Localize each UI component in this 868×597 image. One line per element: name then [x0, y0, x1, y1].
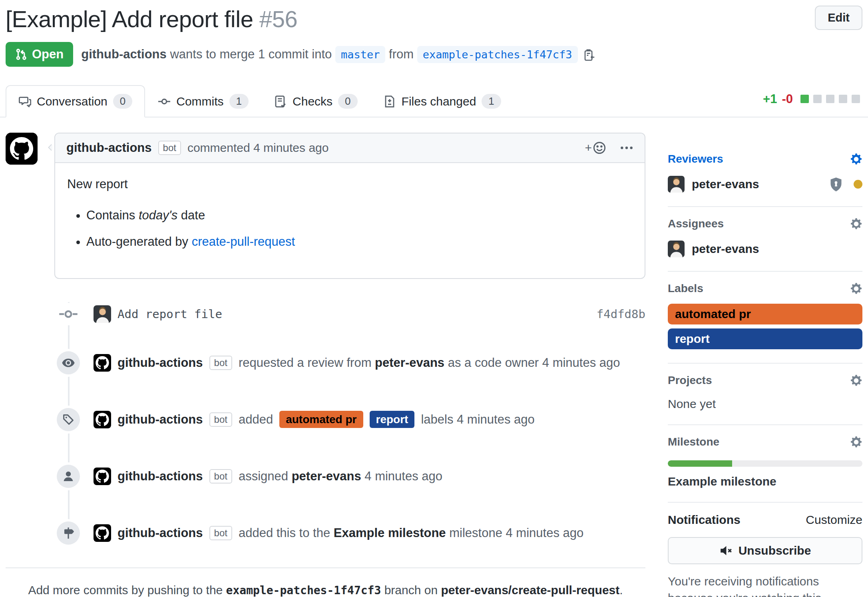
create-pull-request-link[interactable]: create-pull-request: [192, 235, 295, 249]
assignee-avatar: [668, 241, 685, 257]
assignee-name: peter-evans: [692, 242, 759, 256]
pr-number: #56: [259, 6, 297, 32]
diffstat-block-gray: [813, 95, 822, 103]
tab-conversation-label: Conversation: [37, 95, 108, 108]
timeline-event-labeled: github-actions bot added automated pr re…: [6, 408, 645, 432]
unsubscribe-button[interactable]: Unsubscribe: [668, 537, 862, 564]
assignees-gear-icon[interactable]: [850, 217, 862, 230]
github-actions-avatar[interactable]: [6, 133, 38, 165]
checklist-icon: [274, 95, 287, 108]
pr-header: [Example] Add report file #56 Edit Open …: [0, 0, 868, 67]
github-actions-avatar[interactable]: [94, 411, 111, 428]
commit-author-avatar[interactable]: [94, 305, 111, 323]
add-reaction-button[interactable]: +: [585, 141, 606, 155]
sidebar-section-notifications: Notifications Customize Unsubscribe You'…: [668, 503, 862, 597]
notifications-heading: Notifications: [668, 513, 741, 527]
bot-badge: bot: [209, 356, 232, 370]
kebab-icon[interactable]: [620, 141, 633, 155]
git-commit-icon: [58, 303, 78, 325]
commit-sha[interactable]: f4dfd8b: [597, 307, 645, 321]
tab-commits-label: Commits: [176, 95, 223, 108]
event-actor[interactable]: github-actions: [117, 412, 203, 427]
git-pull-request-icon: [15, 48, 27, 60]
pr-title-text: [Example] Add report file: [6, 6, 253, 32]
tag-icon: [57, 408, 80, 431]
milestone-heading[interactable]: Milestone: [668, 436, 719, 448]
diffstat-additions: +1: [763, 92, 777, 106]
event-user-mention[interactable]: peter-evans: [292, 469, 361, 483]
github-actions-avatar[interactable]: [94, 354, 111, 372]
repo-name: peter-evans/create-pull-request: [441, 583, 619, 597]
diffstat-block-gray: [839, 95, 847, 103]
sidebar-section-assignees: Assignees peter-evans: [668, 207, 862, 272]
event-text: assigned peter-evans 4 minutes ago: [239, 469, 442, 484]
event-actor[interactable]: github-actions: [117, 469, 203, 484]
comment-bullet: Auto-generated by create-pull-request: [86, 233, 633, 250]
customize-link[interactable]: Customize: [806, 513, 862, 527]
comment-body: New report Contains today's date Auto-ge…: [55, 163, 645, 278]
bot-badge: bot: [209, 412, 232, 427]
projects-gear-icon[interactable]: [850, 374, 862, 387]
comment-text: New report: [67, 176, 633, 193]
head-branch-link[interactable]: example-patches-1f47cf3: [417, 46, 578, 63]
reviewer-row[interactable]: peter-evans: [668, 176, 862, 193]
projects-empty-text: None yet: [668, 397, 862, 411]
milestone-name[interactable]: Example milestone: [668, 475, 862, 488]
event-text: added: [239, 412, 273, 427]
sidebar-section-projects: Projects None yet: [668, 364, 862, 425]
person-icon: [57, 465, 80, 488]
milestone-gear-icon[interactable]: [850, 436, 862, 448]
diffstat-deletions: -0: [782, 92, 793, 106]
github-actions-avatar[interactable]: [94, 524, 111, 542]
tab-checks[interactable]: Checks 0: [261, 85, 370, 117]
eye-icon: [57, 351, 80, 374]
tab-commits-count: 1: [229, 94, 249, 109]
diffstat-block-green: [800, 95, 809, 103]
push-hint: Add more commits by pushing to the examp…: [6, 568, 645, 597]
github-actions-avatar[interactable]: [94, 468, 111, 485]
shield-lock-icon: [829, 177, 843, 191]
timeline-event-review-requested: github-actions bot requested a review fr…: [6, 351, 645, 375]
reviewers-gear-icon[interactable]: [850, 153, 862, 165]
file-diff-icon: [383, 95, 396, 108]
copy-branch-icon[interactable]: [583, 49, 595, 62]
commit-message[interactable]: Add report file: [117, 307, 222, 321]
milestone-progress-bar: [668, 460, 862, 467]
tab-commits[interactable]: Commits 1: [145, 85, 261, 117]
sidebar-section-milestone: Milestone Example milestone: [668, 425, 862, 503]
comment-discussion-icon: [18, 95, 31, 108]
projects-heading[interactable]: Projects: [668, 374, 712, 387]
comment-timestamp: commented 4 minutes ago: [187, 141, 329, 155]
sidebar-label-report[interactable]: report: [668, 328, 862, 349]
sidebar-label-automated-pr[interactable]: automated pr: [668, 304, 862, 324]
conversation-thread: github-actions bot commented 4 minutes a…: [6, 133, 645, 597]
pr-tabbar: Conversation 0 Commits 1 Checks 0 Files …: [0, 85, 868, 117]
tab-files-changed[interactable]: Files changed 1: [370, 85, 514, 117]
comment-header: github-actions bot commented 4 minutes a…: [55, 133, 645, 163]
assignee-row[interactable]: peter-evans: [668, 241, 862, 257]
event-user-mention[interactable]: peter-evans: [375, 356, 444, 370]
reviewers-heading[interactable]: Reviewers: [668, 153, 723, 165]
tab-conversation[interactable]: Conversation 0: [6, 85, 145, 117]
notifications-caption: You're receiving notifications because y…: [668, 573, 862, 597]
bot-badge: bot: [209, 469, 232, 484]
tab-files-changed-label: Files changed: [402, 95, 476, 108]
labels-heading[interactable]: Labels: [668, 282, 703, 295]
event-actor[interactable]: github-actions: [117, 356, 203, 370]
label-automated-pr[interactable]: automated pr: [279, 411, 363, 428]
issue-comment: github-actions bot commented 4 minutes a…: [6, 133, 645, 279]
comment-author[interactable]: github-actions: [66, 141, 152, 155]
assignees-heading[interactable]: Assignees: [668, 217, 724, 230]
event-text: added this to the Example milestone mile…: [239, 526, 583, 540]
base-branch-link[interactable]: master: [335, 46, 386, 63]
event-actor[interactable]: github-actions: [117, 526, 203, 540]
edit-button[interactable]: Edit: [815, 6, 862, 30]
pr-sidebar: Reviewers peter-evans Assignees peter-ev…: [668, 133, 862, 597]
pr-author[interactable]: github-actions: [81, 47, 167, 61]
label-report[interactable]: report: [370, 411, 415, 428]
milestone-progress-fill: [668, 460, 732, 467]
event-milestone-mention[interactable]: Example milestone: [334, 526, 446, 540]
labels-gear-icon[interactable]: [850, 282, 862, 295]
reviewer-avatar: [668, 176, 685, 193]
comment-bullet: Contains today's date: [86, 207, 633, 224]
